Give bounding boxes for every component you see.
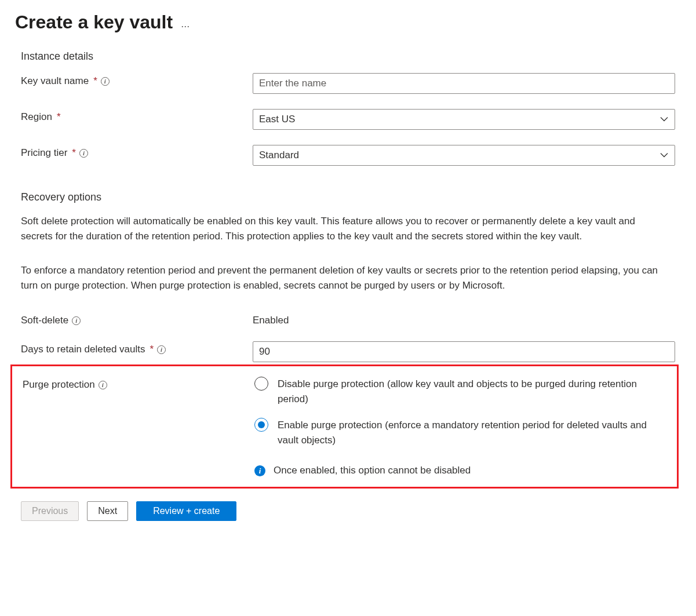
info-icon[interactable]: i — [79, 149, 88, 158]
more-actions-icon[interactable]: ··· — [181, 21, 190, 31]
region-row: Region * — [21, 109, 675, 130]
recovery-desc-2: To enforce a mandatory retention period … — [21, 263, 664, 293]
soft-delete-value: Enabled — [253, 312, 675, 326]
purge-disable-label: Disable purge protection (allow key vaul… — [278, 377, 660, 406]
pricing-tier-row: Pricing tier * i — [21, 145, 675, 166]
required-mark: * — [57, 111, 61, 123]
region-label: Region — [21, 111, 52, 123]
soft-delete-row: Soft-delete i Enabled — [21, 312, 675, 326]
required-mark: * — [72, 147, 76, 159]
review-create-button[interactable]: Review + create — [136, 501, 236, 521]
previous-button: Previous — [21, 501, 79, 521]
purge-disable-option[interactable]: Disable purge protection (allow key vaul… — [254, 377, 673, 406]
purge-enable-label: Enable purge protection (enforce a manda… — [278, 418, 660, 447]
wizard-footer: Previous Next Review + create — [10, 501, 686, 521]
page-title: Create a key vault — [15, 12, 173, 33]
soft-delete-label: Soft-delete — [21, 315, 68, 326]
key-vault-name-row: Key vault name * i — [21, 73, 675, 94]
key-vault-name-input[interactable] — [253, 73, 675, 94]
radio-checked-icon[interactable] — [254, 418, 268, 432]
purge-enable-option[interactable]: Enable purge protection (enforce a manda… — [254, 418, 673, 447]
key-vault-name-label: Key vault name — [21, 75, 89, 87]
pricing-tier-label: Pricing tier — [21, 147, 67, 159]
info-icon[interactable]: i — [72, 316, 81, 325]
instance-details-heading: Instance details — [21, 50, 675, 63]
page-header: Create a key vault ··· — [15, 12, 686, 33]
info-icon[interactable]: i — [157, 345, 166, 354]
purge-note: i Once enabled, this option cannot be di… — [254, 465, 673, 476]
purge-protection-label: Purge protection — [23, 379, 95, 391]
info-icon[interactable]: i — [99, 381, 107, 389]
region-select[interactable] — [253, 109, 675, 130]
recovery-desc-1: Soft delete protection will automaticall… — [21, 214, 664, 243]
radio-unchecked-icon[interactable] — [254, 377, 268, 391]
required-mark: * — [93, 75, 97, 87]
info-icon[interactable]: i — [101, 77, 110, 86]
retention-days-input[interactable] — [253, 341, 675, 362]
pricing-tier-select[interactable] — [253, 145, 675, 166]
recovery-options-heading: Recovery options — [21, 191, 675, 203]
purge-protection-highlight: Purge protection i Disable purge protect… — [10, 365, 679, 489]
purge-note-text: Once enabled, this option cannot be disa… — [274, 465, 471, 476]
purge-protection-row: Purge protection i Disable purge protect… — [12, 377, 673, 476]
next-button[interactable]: Next — [87, 501, 128, 521]
retention-days-label: Days to retain deleted vaults — [21, 344, 145, 355]
info-filled-icon: i — [254, 465, 265, 476]
retention-days-row: Days to retain deleted vaults * i — [21, 341, 675, 362]
required-mark: * — [150, 344, 154, 355]
